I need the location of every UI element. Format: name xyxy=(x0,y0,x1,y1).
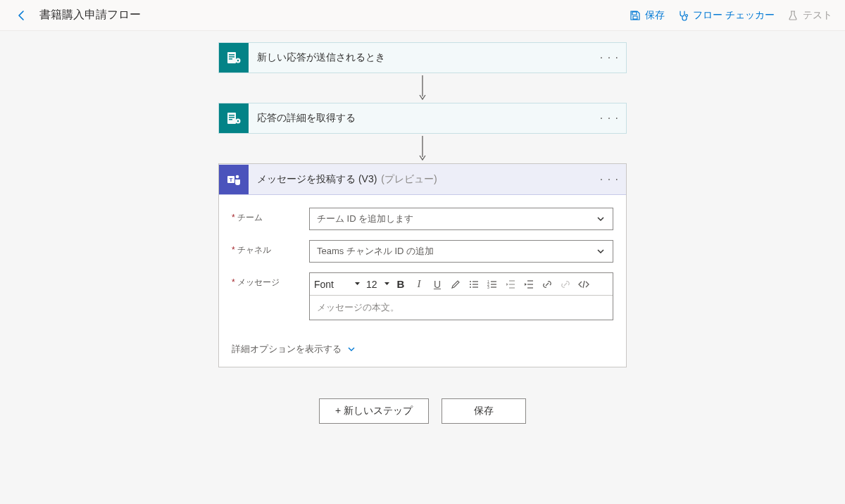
svg-rect-10 xyxy=(229,117,234,118)
rte-italic[interactable]: I xyxy=(411,277,427,292)
rte-toolbar: Font 12 B I U xyxy=(310,273,613,296)
step-trigger-more[interactable]: · · · xyxy=(600,51,619,64)
new-step-button[interactable]: + 新しいステップ xyxy=(319,398,429,424)
forms-icon xyxy=(219,43,249,73)
save-flow-button[interactable]: 保存 xyxy=(442,398,526,424)
indent-icon xyxy=(523,279,534,290)
rte-font-select[interactable]: Font xyxy=(314,279,363,290)
step-post-message: T メッセージを投稿する (V3) (プレビュー) · · · *チーム チーム… xyxy=(218,163,627,367)
rte-indent[interactable] xyxy=(521,277,537,292)
svg-rect-2 xyxy=(229,54,234,56)
svg-text:3: 3 xyxy=(487,285,489,289)
svg-rect-8 xyxy=(227,113,236,124)
svg-rect-4 xyxy=(229,58,232,60)
arrow-left-icon xyxy=(15,9,28,22)
svg-point-20 xyxy=(470,286,471,288)
caret-down-icon xyxy=(354,281,361,287)
flow-canvas: 新しい応答が送信されるとき · · · 応答の詳細を取得する · · · T メ… xyxy=(0,31,845,424)
svg-point-18 xyxy=(470,281,471,282)
step-trigger[interactable]: 新しい応答が送信されるとき · · · xyxy=(218,42,627,73)
channel-label: *チャネル xyxy=(232,240,309,256)
flow-arrow xyxy=(418,134,427,163)
svg-point-6 xyxy=(237,60,239,61)
flow-checker-label: フロー チェッカー xyxy=(693,9,775,22)
back-button[interactable] xyxy=(13,6,31,25)
svg-rect-3 xyxy=(229,56,234,58)
step-post-message-header[interactable]: T メッセージを投稿する (V3) (プレビュー) · · · xyxy=(219,164,626,195)
bottom-actions: + 新しいステップ 保存 xyxy=(319,398,526,424)
link-broken-icon xyxy=(560,279,571,290)
channel-placeholder: Teams チャンネル ID の追加 xyxy=(317,245,434,258)
svg-point-13 xyxy=(237,120,239,122)
flow-arrow xyxy=(418,73,427,103)
svg-rect-9 xyxy=(229,115,234,116)
step-trigger-title: 新しい応答が送信されるとき xyxy=(257,51,385,64)
forms-icon xyxy=(219,103,249,133)
preview-badge: (プレビュー) xyxy=(381,173,437,184)
message-body[interactable]: メッセージの本文。 xyxy=(310,296,613,320)
list-bullets-icon xyxy=(468,279,480,290)
rte-outdent[interactable] xyxy=(503,277,518,292)
chevron-down-icon xyxy=(347,345,356,353)
save-button[interactable]: 保存 xyxy=(630,9,665,22)
test-button[interactable]: テスト xyxy=(787,9,832,22)
list-numbered-icon: 123 xyxy=(487,279,498,290)
message-editor: Font 12 B I U xyxy=(309,272,613,320)
rte-unlink[interactable] xyxy=(558,277,573,292)
chevron-down-icon xyxy=(596,214,606,224)
svg-text:T: T xyxy=(230,177,233,183)
rte-numbered[interactable]: 123 xyxy=(484,277,500,292)
svg-point-0 xyxy=(686,14,688,16)
stethoscope-icon xyxy=(677,10,689,21)
rte-code-view[interactable] xyxy=(576,277,592,292)
rte-size-select[interactable]: 12 xyxy=(366,279,390,290)
svg-point-19 xyxy=(470,284,471,285)
advanced-options-toggle[interactable]: 詳細オプションを表示する xyxy=(219,336,626,367)
caret-down-icon xyxy=(384,281,390,287)
pencil-icon xyxy=(450,279,461,290)
flow-title: 書籍購入申請フロー xyxy=(39,8,141,23)
chevron-down-icon xyxy=(596,246,606,256)
code-icon xyxy=(577,279,590,290)
step-get-details-more[interactable]: · · · xyxy=(600,112,619,125)
rte-link[interactable] xyxy=(539,277,555,292)
beaker-icon xyxy=(787,10,799,21)
step-get-details[interactable]: 応答の詳細を取得する · · · xyxy=(218,103,627,134)
save-label: 保存 xyxy=(645,9,665,22)
team-label: *チーム xyxy=(232,208,309,224)
test-label: テスト xyxy=(803,9,832,22)
step-post-message-more[interactable]: · · · xyxy=(600,173,619,186)
outdent-icon xyxy=(505,279,516,290)
link-icon xyxy=(542,279,553,290)
channel-dropdown[interactable]: Teams チャンネル ID の追加 xyxy=(309,240,613,263)
svg-point-17 xyxy=(236,175,239,178)
rte-underline[interactable]: U xyxy=(430,277,445,292)
step-get-details-title: 応答の詳細を取得する xyxy=(257,112,356,125)
team-placeholder: チーム ID を追加します xyxy=(317,213,413,225)
save-icon xyxy=(630,10,641,21)
flow-checker-button[interactable]: フロー チェッカー xyxy=(677,9,775,22)
svg-rect-1 xyxy=(227,52,236,63)
step-post-message-title: メッセージを投稿する (V3) (プレビュー) xyxy=(257,173,437,186)
top-bar: 書籍購入申請フロー 保存 フロー チェッカー テスト xyxy=(0,0,845,31)
teams-icon: T xyxy=(219,165,249,194)
svg-rect-11 xyxy=(229,119,232,120)
rte-bullets[interactable] xyxy=(466,277,482,292)
team-dropdown[interactable]: チーム ID を追加します xyxy=(309,208,613,230)
advanced-options-label: 詳細オプションを表示する xyxy=(232,343,342,355)
rte-bold[interactable]: B xyxy=(393,277,408,292)
rte-color[interactable] xyxy=(448,277,463,292)
message-label: *メッセージ xyxy=(232,272,309,289)
